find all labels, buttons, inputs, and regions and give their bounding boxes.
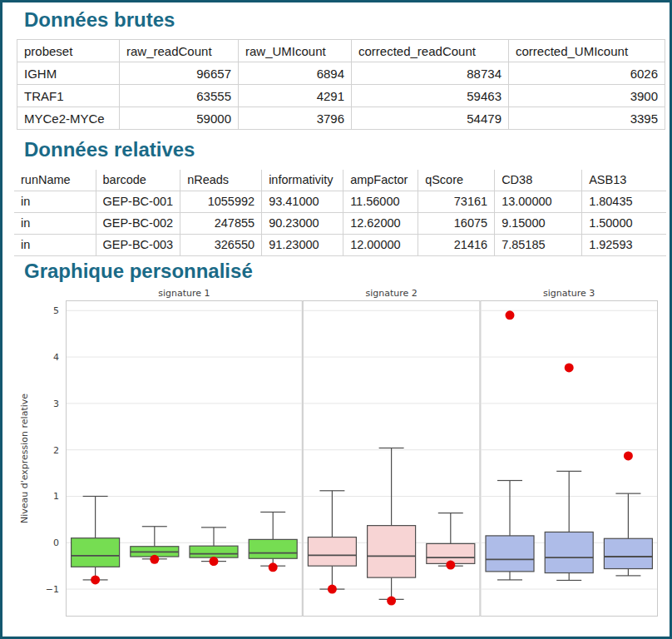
column-header: corrected_readCount bbox=[352, 40, 509, 62]
outlier-dot bbox=[210, 557, 219, 566]
relative-data-table: runNamebarcodenReadsinformativityampFact… bbox=[14, 170, 666, 256]
y-tick-label: 5 bbox=[53, 305, 59, 316]
section-title-custom-chart: Graphique personnalisé bbox=[24, 260, 670, 282]
table-cell: in bbox=[14, 191, 96, 212]
table-cell: 91.23000 bbox=[262, 234, 343, 255]
y-tick-label: 1 bbox=[53, 492, 59, 503]
y-axis-label: Niveau d'expression relative bbox=[19, 394, 30, 523]
y-tick-label: −1 bbox=[46, 584, 59, 595]
table-cell: 1.80435 bbox=[582, 191, 666, 212]
table-cell: 3796 bbox=[239, 107, 352, 130]
outlier-dot bbox=[446, 561, 455, 570]
outlier-dot bbox=[565, 364, 574, 373]
section-title-relative-data: Données relatives bbox=[24, 139, 670, 161]
table-cell: 59000 bbox=[120, 107, 239, 130]
table-cell: 3900 bbox=[509, 85, 665, 107]
table-row: inGEP-BC-001105599293.4100011.5600073161… bbox=[14, 191, 666, 212]
y-tick-label: 2 bbox=[53, 445, 59, 456]
table-cell: GEP-BC-002 bbox=[96, 212, 180, 234]
outlier-dot bbox=[506, 311, 515, 320]
table-row: inGEP-BC-00332655091.2300012.00000214167… bbox=[14, 234, 666, 255]
table-cell: GEP-BC-001 bbox=[96, 191, 180, 212]
column-header: informativity bbox=[262, 170, 343, 191]
outlier-dot bbox=[269, 563, 278, 572]
outlier-dot bbox=[328, 585, 337, 594]
table-cell: 12.62000 bbox=[343, 212, 418, 234]
outlier-dot bbox=[624, 452, 633, 461]
table-cell: 90.23000 bbox=[262, 212, 343, 234]
box-rect bbox=[190, 546, 238, 557]
table-cell: 21416 bbox=[418, 234, 495, 255]
table-cell: 11.56000 bbox=[343, 191, 418, 212]
column-header: qScore bbox=[418, 170, 495, 191]
report-window: Données brutes probesetraw_readCountraw_… bbox=[0, 0, 672, 639]
panel-background bbox=[67, 301, 303, 617]
table-cell: TRAF1 bbox=[17, 85, 120, 107]
table-cell: 63555 bbox=[120, 85, 239, 107]
column-header: runName bbox=[14, 170, 96, 191]
raw-data-table: probesetraw_readCountraw_UMIcountcorrect… bbox=[17, 39, 665, 130]
table-row: IGHM966576894887346026 bbox=[17, 62, 665, 85]
header-row: probesetraw_readCountraw_UMIcountcorrect… bbox=[17, 40, 665, 62]
column-header: nReads bbox=[180, 170, 262, 191]
box-rect bbox=[368, 526, 416, 577]
table-cell: 247855 bbox=[180, 212, 262, 234]
table-cell: 1.92593 bbox=[582, 234, 666, 255]
column-header: CD38 bbox=[495, 170, 582, 191]
table-cell: MYCe2-MYCe bbox=[17, 107, 120, 130]
box-rect bbox=[545, 532, 593, 573]
table-cell: in bbox=[14, 234, 96, 255]
table-cell: 59463 bbox=[352, 85, 509, 107]
column-header: probeset bbox=[17, 40, 120, 62]
table-cell: 3395 bbox=[509, 107, 665, 130]
header-row: runNamebarcodenReadsinformativityampFact… bbox=[14, 170, 666, 191]
column-header: corrected_UMIcount bbox=[509, 40, 665, 62]
boxplot-svg: Niveau d'expression relative−1012345sign… bbox=[16, 285, 666, 623]
facet-panel: signature 2 bbox=[303, 288, 480, 617]
box-rect bbox=[308, 537, 356, 567]
column-header: raw_readCount bbox=[120, 40, 239, 62]
table-cell: 96657 bbox=[120, 62, 239, 85]
facet-panel: signature 3 bbox=[481, 288, 658, 617]
y-tick-label: 0 bbox=[53, 537, 59, 548]
table-cell: 6894 bbox=[239, 62, 352, 85]
box-rect bbox=[486, 536, 534, 572]
table-cell: 7.85185 bbox=[495, 234, 582, 255]
y-tick-label: 3 bbox=[53, 399, 59, 409]
box-rect bbox=[72, 538, 120, 567]
table-cell: IGHM bbox=[17, 62, 120, 85]
facet-title: signature 1 bbox=[158, 288, 210, 299]
box-rect bbox=[604, 538, 652, 568]
column-header: barcode bbox=[96, 170, 180, 191]
facet-title: signature 2 bbox=[365, 288, 417, 299]
table-row: TRAF1635554291594633900 bbox=[17, 85, 665, 107]
section-title-raw-data: Données brutes bbox=[24, 9, 670, 31]
table-cell: in bbox=[14, 212, 96, 234]
facet-title: signature 3 bbox=[543, 288, 595, 299]
table-row: inGEP-BC-00224785590.2300012.62000160759… bbox=[14, 212, 666, 234]
table-cell: 6026 bbox=[509, 62, 665, 85]
outlier-dot bbox=[387, 597, 396, 606]
table-row: MYCe2-MYCe590003796544793395 bbox=[17, 107, 665, 130]
boxplot-chart: Niveau d'expression relative−1012345sign… bbox=[16, 285, 666, 623]
outlier-dot bbox=[91, 576, 100, 585]
table-cell: 54479 bbox=[352, 107, 509, 130]
table-cell: 93.41000 bbox=[262, 191, 343, 212]
box-rect bbox=[249, 540, 297, 559]
column-header: raw_UMIcount bbox=[239, 40, 352, 62]
table-cell: GEP-BC-003 bbox=[96, 234, 180, 255]
column-header: ASB13 bbox=[582, 170, 666, 191]
table-cell: 73161 bbox=[418, 191, 495, 212]
table-cell: 88734 bbox=[352, 62, 509, 85]
table-cell: 1055992 bbox=[180, 191, 262, 212]
column-header: ampFactor bbox=[343, 170, 418, 191]
table-cell: 13.00000 bbox=[495, 191, 582, 212]
y-tick-label: 4 bbox=[53, 352, 59, 363]
table-cell: 9.15000 bbox=[495, 212, 582, 234]
outlier-dot bbox=[150, 555, 159, 564]
table-cell: 1.50000 bbox=[582, 212, 666, 234]
table-cell: 326550 bbox=[180, 234, 262, 255]
table-cell: 12.00000 bbox=[343, 234, 418, 255]
table-cell: 16075 bbox=[418, 212, 495, 234]
facet-panel: signature 1 bbox=[67, 288, 303, 617]
